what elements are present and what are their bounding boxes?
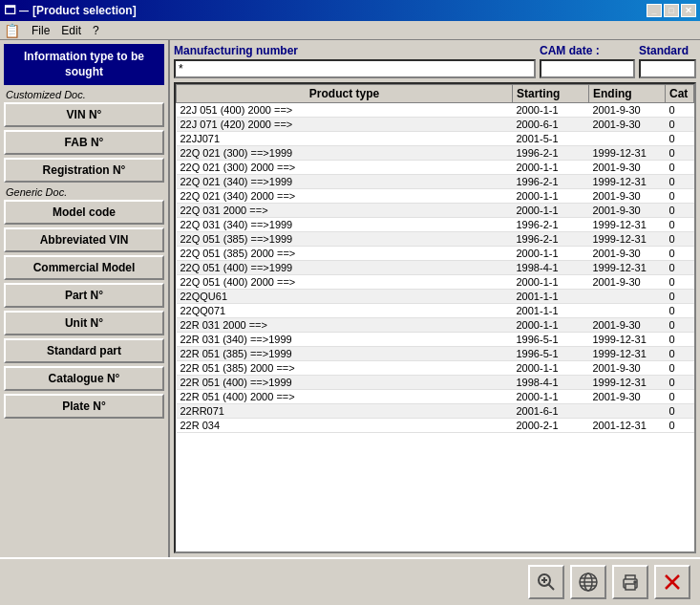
table-row[interactable]: 22Q 021 (340) 2000 ==>2000-1-12001-9-300 [177,189,694,204]
table-row[interactable]: 22QQ0712001-1-10 [177,304,694,318]
svg-point-11 [634,581,636,583]
abbreviated-vin-button[interactable]: Abbreviated VIN [4,227,164,252]
window-title: [Product selection] [32,4,137,17]
commercial-model-button[interactable]: Commercial Model [4,255,164,280]
title-bar: 🗔 — [Product selection] _ □ ✕ [0,0,700,21]
svg-line-1 [549,585,555,591]
table-row[interactable]: 22J 051 (400) 2000 ==>2000-1-12001-9-300 [177,103,694,118]
cam-input[interactable] [540,59,635,78]
col-header-cat: Cat [666,85,694,103]
table-row[interactable]: 22R 031 (340) ==>19991996-5-11999-12-310 [177,333,694,347]
network-tool-button[interactable] [570,565,606,599]
fab-button[interactable]: FAB N° [4,130,164,155]
table-row[interactable]: 22R 051 (385) 2000 ==>2000-1-12001-9-300 [177,361,694,376]
table-row[interactable]: 22R 051 (400) ==>19991998-4-11999-12-310 [177,376,694,390]
model-code-button[interactable]: Model code [4,200,164,225]
std-label: Standard [639,44,696,57]
bottom-toolbar [0,557,700,605]
print-tool-button[interactable] [612,565,648,599]
product-table-container: Product type Starting Ending Cat 22J 051… [174,82,696,553]
sidebar: Information type to be sought Customized… [0,40,170,557]
table-row[interactable]: 22JJ0712001-5-10 [177,132,694,146]
table-row[interactable]: 22Q 021 (340) ==>19991996-2-11999-12-310 [177,175,694,189]
generic-section-label: Generic Doc. [6,186,164,198]
maximize-button[interactable]: □ [664,4,679,17]
cam-label: CAM date : [540,44,635,57]
unit-n-button[interactable]: Unit N° [4,311,164,335]
product-table: Product type Starting Ending Cat 22J 051… [176,84,694,433]
col-header-product: Product type [177,85,513,103]
table-row[interactable]: 22QQU612001-1-10 [177,290,694,304]
content-header: Manufacturing number CAM date : Standard [170,40,700,78]
table-row[interactable]: 22R 051 (400) 2000 ==>2000-1-12001-9-300 [177,390,694,404]
col-header-starting: Starting [513,85,589,103]
table-row[interactable]: 22Q 031 (340) ==>19991996-2-11999-12-310 [177,218,694,232]
part-n-button[interactable]: Part N° [4,283,164,308]
table-row[interactable]: 22Q 051 (400) 2000 ==>2000-1-12001-9-300 [177,275,694,290]
title-minimize[interactable]: — [19,6,29,16]
menu-bar: 📋 File Edit ? [0,21,700,40]
menu-edit[interactable]: Edit [55,23,87,38]
table-row[interactable]: 22R 051 (385) ==>19991996-5-11999-12-310 [177,347,694,361]
window-icon: 🗔 [4,4,15,17]
mfg-label: Manufacturing number [174,44,536,57]
plate-n-button[interactable]: Plate N° [4,394,164,419]
table-row[interactable]: 22Q 051 (385) 2000 ==>2000-1-12001-9-300 [177,247,694,261]
vin-button[interactable]: VIN N° [4,102,164,127]
table-row[interactable]: 22Q 021 (300) ==>19991996-2-11999-12-310 [177,146,694,161]
table-header-row: Product type Starting Ending Cat [177,85,694,103]
mfg-input[interactable] [174,59,536,78]
registration-button[interactable]: Registration N° [4,158,164,183]
table-row[interactable]: 22Q 051 (385) ==>19991996-2-11999-12-310 [177,232,694,247]
table-row[interactable]: 22J 071 (420) 2000 ==>2000-6-12001-9-300 [177,118,694,132]
table-row[interactable]: 22Q 051 (400) ==>19991998-4-11999-12-310 [177,261,694,275]
catalogue-n-button[interactable]: Catalogue N° [4,366,164,391]
minimize-button[interactable]: _ [647,4,662,17]
menu-help[interactable]: ? [87,23,105,38]
col-header-ending: Ending [589,85,666,103]
standard-part-button[interactable]: Standard part [4,338,164,363]
customized-section-label: Customized Doc. [6,89,164,100]
table-row[interactable]: 22R 0342000-2-12001-12-310 [177,419,694,433]
close-tool-button[interactable] [654,565,690,599]
content-area: Manufacturing number CAM date : Standard… [170,40,700,557]
table-row[interactable]: 22Q 021 (300) 2000 ==>2000-1-12001-9-300 [177,161,694,175]
std-input[interactable] [639,59,696,78]
search-tool-button[interactable] [528,565,564,599]
table-row[interactable]: 22Q 031 2000 ==>2000-1-12001-9-300 [177,204,694,218]
svg-rect-10 [626,584,635,590]
sidebar-header: Information type to be sought [4,44,164,85]
close-button[interactable]: ✕ [681,4,696,17]
menu-file[interactable]: File [26,23,55,38]
table-row[interactable]: 22R 031 2000 ==>2000-1-12001-9-300 [177,318,694,333]
table-row[interactable]: 22RR0712001-6-10 [177,404,694,419]
